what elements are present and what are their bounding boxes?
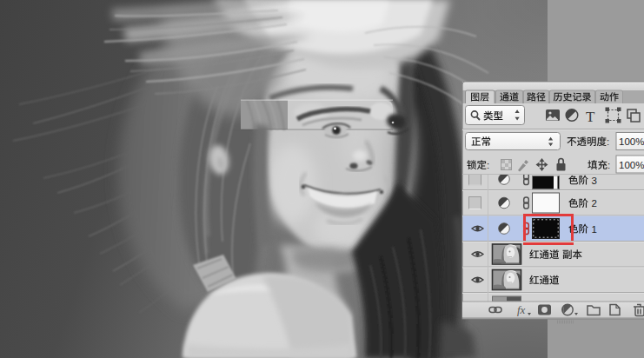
svg-text:100%: 100% — [619, 160, 644, 170]
svg-text::: : — [487, 160, 489, 170]
svg-text:T: T — [586, 109, 595, 125]
svg-text:fx: fx — [517, 303, 526, 316]
svg-text:2: 2 — [592, 198, 597, 209]
svg-text:100%: 100% — [619, 136, 644, 147]
svg-text:3: 3 — [592, 176, 597, 186]
svg-text:1: 1 — [592, 224, 597, 235]
svg-text::: : — [607, 136, 609, 147]
svg-text::: : — [607, 160, 610, 170]
